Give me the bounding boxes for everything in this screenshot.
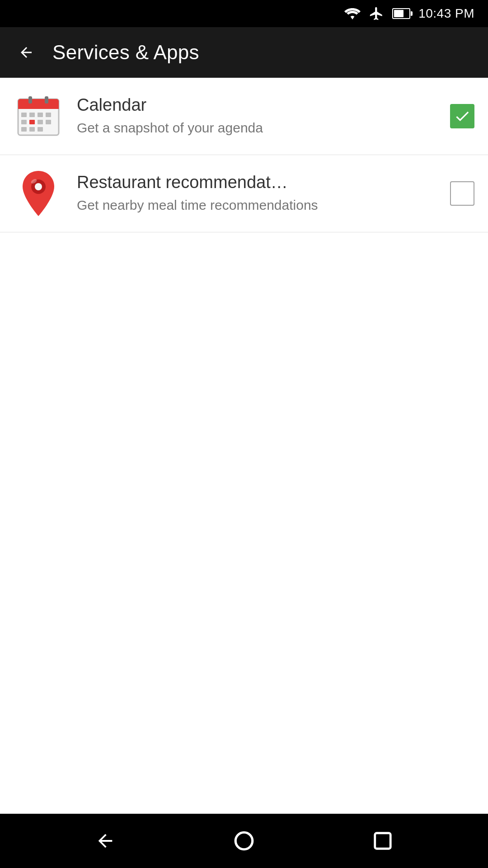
battery-icon — [392, 8, 410, 19]
svg-rect-4 — [45, 96, 48, 104]
restaurant-content: Restaurant recommendat… Get nearby meal … — [77, 173, 441, 215]
calendar-checkbox[interactable] — [450, 104, 474, 128]
nav-home-icon — [233, 830, 255, 852]
nav-recent-button[interactable] — [366, 824, 400, 858]
status-time: 10:43 PM — [418, 6, 474, 21]
svg-rect-7 — [38, 113, 43, 117]
svg-rect-10 — [29, 120, 35, 124]
svg-point-17 — [35, 183, 42, 190]
svg-rect-12 — [46, 120, 51, 124]
wifi-icon — [344, 8, 361, 19]
svg-rect-14 — [29, 127, 35, 132]
status-bar: 10:43 PM — [0, 0, 488, 27]
restaurant-title: Restaurant recommendat… — [77, 173, 441, 192]
app-bar: Services & Apps — [0, 27, 488, 78]
svg-rect-5 — [21, 113, 27, 117]
list-item-calendar[interactable]: Calendar Get a snapshot of your agenda — [0, 78, 488, 155]
page-title: Services & Apps — [52, 41, 199, 64]
svg-point-19 — [235, 832, 253, 849]
svg-rect-2 — [18, 105, 59, 109]
list-item-restaurant[interactable]: Restaurant recommendat… Get nearby meal … — [0, 155, 488, 232]
svg-rect-6 — [29, 113, 35, 117]
svg-rect-11 — [38, 120, 43, 124]
restaurant-checkbox[interactable] — [450, 181, 474, 206]
svg-rect-15 — [38, 127, 43, 132]
calendar-icon — [14, 91, 63, 141]
svg-rect-13 — [21, 127, 27, 132]
nav-back-icon — [95, 830, 116, 851]
nav-recent-icon — [372, 830, 393, 851]
restaurant-subtitle: Get nearby meal time recommendations — [77, 196, 441, 215]
svg-rect-3 — [28, 96, 32, 104]
calendar-subtitle: Get a snapshot of your agenda — [77, 118, 441, 137]
back-button[interactable] — [14, 40, 39, 65]
svg-rect-9 — [21, 120, 27, 124]
nav-back-button[interactable] — [88, 824, 122, 858]
map-pin-icon — [14, 169, 63, 218]
services-list: Calendar Get a snapshot of your agenda R… — [0, 78, 488, 814]
airplane-icon — [369, 6, 384, 21]
calendar-content: Calendar Get a snapshot of your agenda — [77, 95, 441, 137]
svg-rect-20 — [375, 833, 391, 849]
nav-home-button[interactable] — [226, 823, 262, 859]
svg-rect-8 — [46, 113, 51, 117]
calendar-title: Calendar — [77, 95, 441, 115]
status-icons: 10:43 PM — [344, 6, 474, 21]
nav-bar — [0, 814, 488, 868]
